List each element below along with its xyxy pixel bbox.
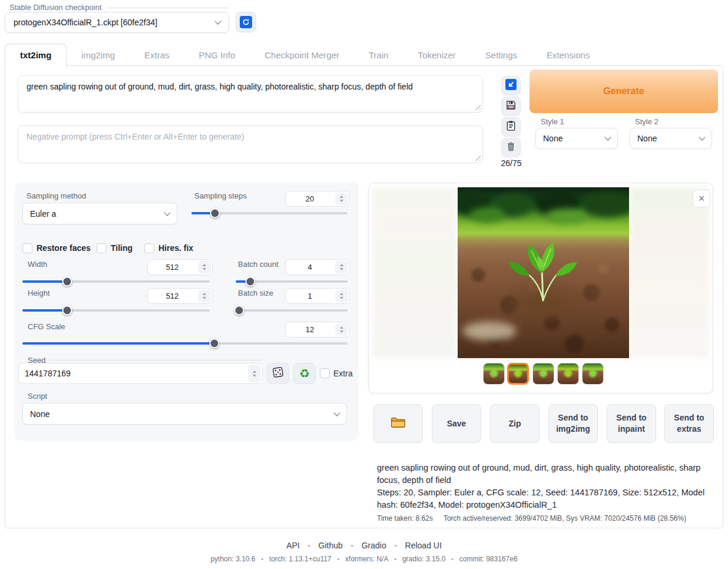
width-input[interactable]: 512 (147, 259, 213, 275)
tab-txt2img[interactable]: txt2img (5, 44, 67, 66)
zip-button[interactable]: Zip (490, 404, 540, 443)
spinner-control[interactable] (248, 365, 261, 382)
open-folder-button[interactable] (373, 404, 423, 443)
refresh-icon (240, 16, 252, 28)
tab-settings[interactable]: Settings (471, 44, 532, 66)
save-button[interactable]: Save (432, 404, 481, 443)
torch-version: torch: 1.13.1+cu117 (269, 555, 332, 563)
tiling-checkbox[interactable] (97, 243, 107, 253)
random-seed-button[interactable] (267, 363, 289, 384)
thumbnail-1[interactable] (483, 363, 505, 385)
mud-puddle (462, 322, 517, 340)
spinner-control[interactable] (335, 323, 348, 336)
checkpoint-select[interactable]: protogenX34OfficialR_1.ckpt [60fe2f34] (5, 12, 229, 33)
reuse-seed-button[interactable]: ♻ (293, 363, 316, 384)
tab-extras[interactable]: Extras (130, 44, 184, 66)
batch-count-input[interactable]: 4 (285, 259, 350, 275)
slider-knob[interactable] (62, 305, 72, 315)
send-to-img2img-button[interactable]: Send to img2img (548, 404, 598, 443)
tab-png-info[interactable]: PNG Info (184, 44, 250, 66)
spinner-control[interactable] (335, 261, 348, 273)
generation-info: green sapling rowing out of ground, mud,… (377, 462, 716, 528)
generate-button[interactable]: Generate (530, 70, 718, 113)
thumbnail-5[interactable] (582, 363, 604, 385)
thumbnail-4[interactable] (557, 363, 579, 385)
seed-value: 1441787169 (19, 369, 247, 378)
style2-select[interactable]: None (630, 128, 712, 149)
save-style-button[interactable] (501, 97, 521, 116)
slider-track[interactable] (236, 309, 348, 312)
spinner-control[interactable] (335, 193, 348, 205)
spinner-control[interactable] (335, 290, 348, 302)
tab-train[interactable]: Train (354, 44, 403, 66)
footer-link-reload-ui[interactable]: Reload UI (405, 541, 442, 550)
tree-blob (581, 192, 629, 217)
apply-style-button[interactable] (501, 117, 521, 137)
slider-knob[interactable] (234, 305, 244, 315)
sampling-steps-slider[interactable] (191, 208, 348, 218)
cfg-scale-input[interactable]: 12 (285, 322, 350, 338)
script-select[interactable]: None (22, 403, 347, 425)
sampling-method-select[interactable]: Euler a (22, 203, 177, 224)
checkpoint-label: Stable Diffusion checkpoint (9, 3, 102, 12)
footer-link-api[interactable]: API (286, 541, 300, 550)
gradio-version: gradio: 3.15.0 (402, 555, 445, 563)
sampling-method-label: Sampling method (27, 191, 86, 200)
style1-select[interactable]: None (535, 128, 618, 149)
slider-knob[interactable] (209, 338, 219, 348)
generated-image[interactable] (458, 187, 629, 358)
refresh-checkpoint-button[interactable] (236, 12, 256, 32)
batch-size-input[interactable]: 1 (285, 288, 350, 304)
tab-checkpoint-merger[interactable]: Checkpoint Merger (250, 44, 354, 66)
batch-count-label: Batch count (238, 260, 279, 269)
negative-prompt-wrap (18, 125, 483, 163)
slider-knob[interactable] (210, 208, 220, 218)
chevron-down-icon (333, 409, 340, 416)
tab-tokenizer[interactable]: Tokenizer (403, 44, 471, 66)
close-gallery-button[interactable]: × (693, 190, 710, 207)
style2-value: None (637, 134, 657, 143)
cfg-scale-slider[interactable] (22, 338, 348, 348)
height-input[interactable]: 512 (147, 288, 213, 304)
checkpoint-label-row: Stable Diffusion checkpoint (9, 3, 229, 12)
send-to-inpaint-button[interactable]: Send to inpaint (607, 404, 656, 443)
batch-size-slider[interactable] (236, 305, 348, 315)
spinner-control[interactable] (198, 261, 211, 273)
batch-count-slider[interactable] (236, 276, 348, 286)
sampling-steps-input[interactable]: 20 (285, 191, 350, 207)
restore-faces-checkbox[interactable] (22, 243, 32, 253)
floppy-disk-icon (505, 100, 517, 113)
tab-extensions[interactable]: Extensions (532, 44, 604, 66)
spin-up-icon (340, 326, 343, 329)
negative-prompt-input[interactable] (18, 125, 483, 163)
batch-count-value: 4 (286, 263, 334, 272)
info-params-text: Steps: 20, Sampler: Euler a, CFG scale: … (377, 487, 716, 511)
tab-img2img[interactable]: img2img (67, 44, 130, 66)
send-to-extras-button[interactable]: Send to extras (664, 404, 714, 443)
extra-seed-checkbox[interactable] (320, 368, 330, 378)
checkpoint-value: protogenX34OfficialR_1.ckpt [60fe2f34] (14, 18, 157, 27)
slider-knob[interactable] (62, 276, 72, 286)
cfg-scale-label: CFG Scale (28, 322, 65, 331)
chevron-down-icon (214, 18, 221, 24)
style1-label: Style 1 (541, 117, 564, 126)
thumbnail-2-selected[interactable] (507, 363, 529, 385)
script-label: Script (28, 392, 47, 401)
clear-prompt-button[interactable] (501, 138, 521, 157)
slider-fill (22, 342, 214, 345)
width-slider[interactable] (22, 276, 210, 286)
seed-input[interactable]: 1441787169 (18, 363, 263, 384)
read-parameters-button[interactable] (501, 76, 521, 95)
spin-down-icon (340, 268, 343, 270)
hires-fix-checkbox[interactable] (144, 243, 154, 253)
spinner-control[interactable] (198, 290, 211, 302)
script-value: None (30, 409, 49, 419)
thumbnail-3[interactable] (532, 363, 554, 385)
footer-link-github[interactable]: Github (319, 541, 343, 550)
tab-bar: txt2img img2img Extras PNG Info Checkpoi… (5, 44, 604, 66)
prompt-input[interactable]: green sapling rowing out of ground, mud,… (18, 75, 483, 113)
slider-knob[interactable] (245, 276, 255, 286)
footer-link-gradio[interactable]: Gradio (362, 541, 386, 550)
gallery-blur-left (373, 187, 458, 358)
height-slider[interactable] (22, 305, 210, 315)
